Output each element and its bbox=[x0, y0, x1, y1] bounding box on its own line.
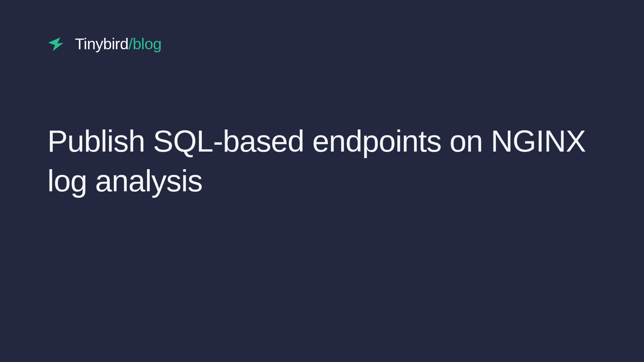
tinybird-logo-icon bbox=[47, 36, 64, 53]
brand-separator: / bbox=[128, 35, 133, 53]
brand-text: Tinybird/blog bbox=[75, 35, 162, 53]
header: Tinybird/blog bbox=[47, 35, 162, 53]
brand-name: Tinybird bbox=[75, 35, 128, 53]
page-title: Publish SQL-based endpoints on NGINX log… bbox=[47, 121, 597, 201]
brand-section: blog bbox=[133, 35, 162, 53]
